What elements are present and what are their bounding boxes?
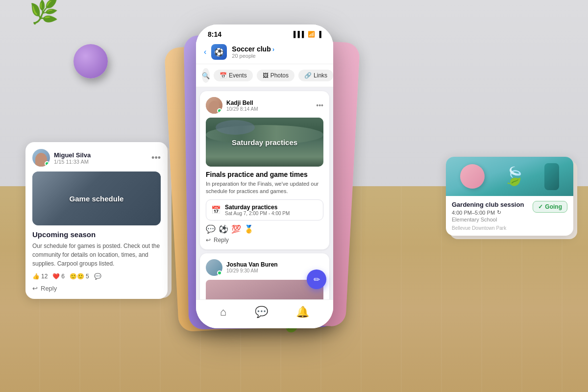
calendar-icon: 📅 xyxy=(211,205,221,215)
group-members: 20 people xyxy=(232,53,274,59)
speech-icon: 💬 xyxy=(94,273,101,280)
post2-user-time: 10/29 9:30 AM xyxy=(226,268,278,273)
post-image-label: Game schedule xyxy=(70,195,124,203)
reaction-medal[interactable]: 🥇 xyxy=(244,224,254,234)
user-name: Miguel Silva xyxy=(54,151,91,159)
post1-user: Kadji Bell 10/29 8:14 AM xyxy=(206,97,258,114)
online-badge xyxy=(217,270,222,275)
online-badge xyxy=(217,108,222,113)
group-avatar: ⚽ xyxy=(211,44,227,60)
faces-icon: 🙂🙂 xyxy=(70,273,84,280)
status-time: 8:14 xyxy=(208,30,221,38)
decorative-sphere xyxy=(460,164,485,189)
post-image: Game schedule xyxy=(32,172,161,225)
joshua-avatar xyxy=(206,259,222,276)
chevron-icon: › xyxy=(271,46,274,53)
group-emoji: ⚽ xyxy=(214,48,224,57)
kadji-avatar xyxy=(206,97,222,114)
back-button[interactable]: ‹ xyxy=(204,48,206,56)
photos-label: Photos xyxy=(270,72,289,79)
reaction-100[interactable]: 💯 xyxy=(231,224,241,234)
right-card-location2: Bellevue Downtown Park xyxy=(452,225,567,231)
left-post-card: Miguel Silva 1/15 11:33 AM ••• Game sche… xyxy=(25,142,168,299)
right-card-location: Elementary School xyxy=(452,217,567,222)
purple-ball-decoration xyxy=(74,44,108,78)
post-card-1: Kadji Bell 10/29 8:14 AM ••• Saturday pr… xyxy=(200,91,329,249)
reaction-faces[interactable]: 🙂🙂 5 xyxy=(70,273,89,280)
feed: Kadji Bell 10/29 8:14 AM ••• Saturday pr… xyxy=(196,87,333,299)
status-icons: ▌▌▌ 📶 ▐ xyxy=(294,31,321,38)
nav-chat[interactable]: 💬 xyxy=(255,306,268,318)
reaction-speech[interactable]: 💬 xyxy=(206,224,216,234)
event-time: Sat Aug 7, 2:00 PM - 4:00 PM xyxy=(225,211,290,216)
time-text: 4:00 PM–5:00 PM xyxy=(452,210,495,216)
post1-body: In preparation for the Finals, we've upd… xyxy=(206,180,323,196)
status-bar: 8:14 ▌▌▌ 📶 ▐ xyxy=(196,24,333,40)
links-filter[interactable]: 🔗 Links xyxy=(298,70,333,81)
more-options-button[interactable]: ••• xyxy=(151,153,161,163)
online-badge xyxy=(45,161,49,166)
post2-user-info: Joshua Van Buren 10/29 9:30 AM xyxy=(226,261,278,273)
post-body: Our schedule for games is posted. Check … xyxy=(32,242,161,268)
left-card-header: Miguel Silva 1/15 11:33 AM ••• xyxy=(32,149,161,167)
phone-screen: 8:14 ▌▌▌ 📶 ▐ ‹ ⚽ Soccer club › 20 people xyxy=(196,24,333,328)
search-button[interactable]: 🔍 xyxy=(202,68,210,83)
user-info: Miguel Silva 1/15 11:33 AM xyxy=(54,151,91,165)
event-chip[interactable]: 📅 Saturday practices Sat Aug 7, 2:00 PM … xyxy=(206,199,323,220)
group-info: Soccer club › 20 people xyxy=(232,45,274,59)
nav-home[interactable]: ⌂ xyxy=(220,306,226,318)
repeat-icon: ↻ xyxy=(497,209,501,216)
decorative-cylinder xyxy=(544,163,559,190)
calendar-icon: 📅 xyxy=(220,72,227,79)
right-card-stack: 🍃 Gardening club session 4:00 PM–5:00 PM… xyxy=(446,157,573,236)
compose-icon: ✏ xyxy=(314,275,320,284)
heart-icon: ❤️ xyxy=(52,273,60,280)
post1-user-info: Kadji Bell 10/29 8:14 AM xyxy=(226,99,258,112)
post1-title: Finals practice and game times xyxy=(206,171,323,178)
going-badge[interactable]: ✓ Going xyxy=(533,201,567,213)
battery-icon: ▐ xyxy=(317,31,321,38)
bottom-nav: ⌂ 💬 🔔 xyxy=(196,299,333,328)
group-header: ‹ ⚽ Soccer club › 20 people xyxy=(196,40,333,64)
post1-reply-button[interactable]: ↩ Reply xyxy=(206,237,323,244)
post2-header: Joshua Van Buren 10/29 9:30 AM xyxy=(206,259,323,276)
event-name: Saturday practices xyxy=(225,204,290,211)
post1-hero-text: Saturday practices xyxy=(232,138,297,147)
group-name[interactable]: Soccer club › xyxy=(232,45,274,53)
photo-icon: 🖼 xyxy=(263,72,269,79)
compose-fab[interactable]: ✏ xyxy=(307,270,326,289)
links-label: Links xyxy=(314,72,327,79)
nav-notifications[interactable]: 🔔 xyxy=(296,306,309,318)
post1-user-time: 10/29 8:14 AM xyxy=(226,106,258,112)
right-post-card: 🍃 Gardening club session 4:00 PM–5:00 PM… xyxy=(446,157,573,236)
post2-hero xyxy=(206,280,323,299)
reply-button[interactable]: ↩ Reply xyxy=(32,285,57,292)
avatar xyxy=(32,149,50,167)
post1-reactions: 💬 ⚽ 💯 🥇 xyxy=(206,224,323,234)
signal-icon: ▌▌▌ xyxy=(294,31,306,38)
post-card-header: Kadji Bell 10/29 8:14 AM ••• xyxy=(206,97,323,114)
post-title: Upcoming season xyxy=(32,230,161,239)
plant-decoration: 🌿 xyxy=(29,0,59,24)
reaction-count: 12 xyxy=(41,273,48,280)
reaction-thumbs[interactable]: 👍 12 xyxy=(32,273,48,280)
photos-filter[interactable]: 🖼 Photos xyxy=(257,70,294,81)
post2-user-name: Joshua Van Buren xyxy=(226,261,278,268)
events-label: Events xyxy=(229,72,247,79)
search-icon: 🔍 xyxy=(202,72,210,79)
thumbs-icon: 👍 xyxy=(32,273,40,280)
chat-icon: 💬 xyxy=(255,306,268,318)
filter-bar: 🔍 📅 Events 🖼 Photos 🔗 Links xyxy=(196,64,333,87)
left-card-user: Miguel Silva 1/15 11:33 AM xyxy=(32,149,91,167)
reaction-speech: 💬 xyxy=(94,273,101,280)
post1-user-name: Kadji Bell xyxy=(226,99,258,106)
wifi-icon: 📶 xyxy=(308,31,315,38)
reaction-heart[interactable]: ❤️ 6 xyxy=(52,273,65,280)
events-filter[interactable]: 📅 Events xyxy=(214,70,253,81)
decorative-leaf: 🍃 xyxy=(503,166,525,187)
post1-more-button[interactable]: ••• xyxy=(316,101,323,109)
post1-hero: Saturday practices xyxy=(206,118,323,167)
reaction-soccer[interactable]: ⚽ xyxy=(219,224,228,234)
home-icon: ⌂ xyxy=(220,306,226,318)
reaction-count: 5 xyxy=(86,273,89,280)
